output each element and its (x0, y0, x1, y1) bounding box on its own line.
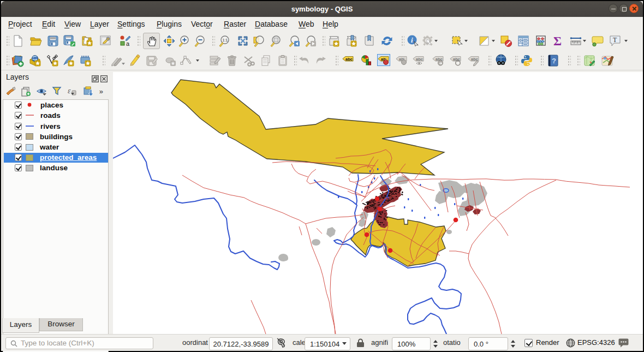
svg-text:T: T (613, 36, 617, 44)
svg-text:?: ? (552, 57, 556, 65)
svg-text:Σ: Σ (553, 34, 562, 47)
svg-text:abc: abc (345, 57, 353, 62)
svg-text:i: i (411, 36, 413, 44)
svg-text:a: a (126, 40, 130, 47)
svg-text:abc: abc (416, 57, 423, 62)
svg-text:1:1: 1:1 (222, 38, 228, 42)
